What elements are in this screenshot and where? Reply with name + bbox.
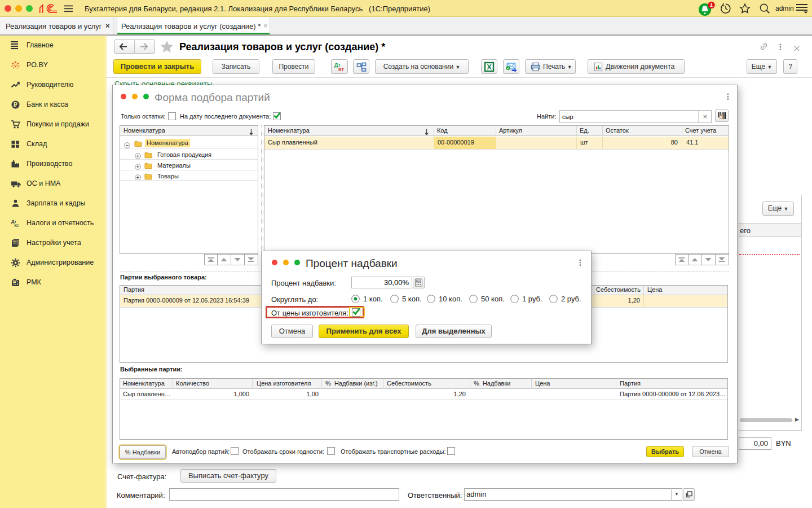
svg-text:X: X	[487, 63, 492, 71]
svg-text:1: 1	[710, 2, 713, 8]
svg-text:P: P	[14, 101, 17, 108]
svg-text:Кт: Кт	[15, 223, 20, 228]
